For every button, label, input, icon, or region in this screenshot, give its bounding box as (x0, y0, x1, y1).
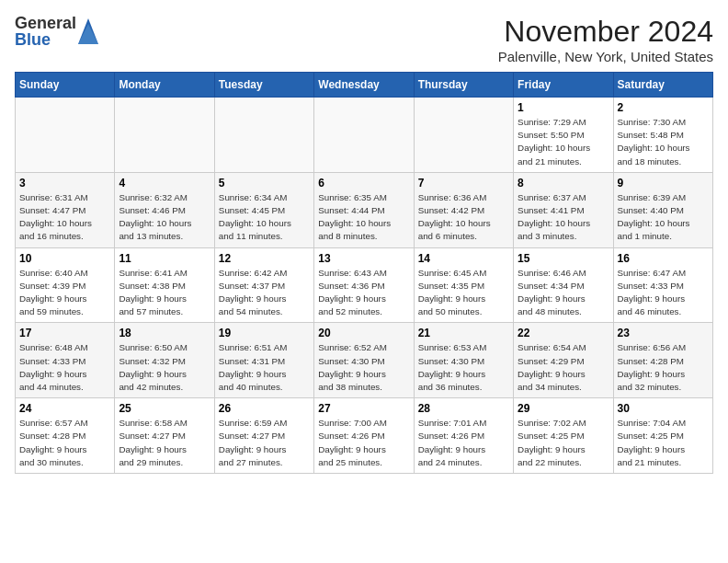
logo: General Blue (15, 15, 98, 48)
calendar-cell (414, 98, 513, 173)
day-info: Sunrise: 6:31 AM Sunset: 4:47 PM Dayligh… (19, 191, 110, 244)
calendar-cell: 6Sunrise: 6:35 AM Sunset: 4:44 PM Daylig… (314, 172, 414, 247)
day-info: Sunrise: 6:52 AM Sunset: 4:30 PM Dayligh… (318, 341, 409, 394)
calendar-cell: 30Sunrise: 7:04 AM Sunset: 4:25 PM Dayli… (613, 398, 712, 474)
calendar-cell: 18Sunrise: 6:50 AM Sunset: 4:32 PM Dayli… (115, 323, 214, 398)
calendar-week-row: 10Sunrise: 6:40 AM Sunset: 4:39 PM Dayli… (16, 247, 713, 323)
day-number: 23 (618, 327, 709, 339)
calendar-cell: 12Sunrise: 6:42 AM Sunset: 4:37 PM Dayli… (214, 247, 313, 323)
logo-general-text: General (15, 15, 76, 31)
day-number: 10 (19, 252, 110, 265)
calendar-week-row: 17Sunrise: 6:48 AM Sunset: 4:33 PM Dayli… (16, 323, 713, 398)
day-info: Sunrise: 6:47 AM Sunset: 4:33 PM Dayligh… (618, 267, 709, 319)
day-info: Sunrise: 6:35 AM Sunset: 4:44 PM Dayligh… (318, 191, 409, 244)
day-info: Sunrise: 6:54 AM Sunset: 4:29 PM Dayligh… (518, 341, 609, 394)
day-number: 7 (418, 177, 509, 190)
day-number: 4 (119, 177, 210, 190)
calendar-cell: 22Sunrise: 6:54 AM Sunset: 4:29 PM Dayli… (514, 323, 613, 398)
day-info: Sunrise: 6:36 AM Sunset: 4:42 PM Dayligh… (418, 191, 509, 244)
day-info: Sunrise: 6:32 AM Sunset: 4:46 PM Dayligh… (119, 191, 210, 244)
day-of-week-header: Thursday (414, 73, 513, 98)
day-number: 17 (19, 327, 110, 339)
calendar-cell: 2Sunrise: 7:30 AM Sunset: 5:48 PM Daylig… (613, 98, 712, 173)
day-number: 2 (618, 101, 709, 114)
calendar-header: SundayMondayTuesdayWednesdayThursdayFrid… (16, 73, 713, 98)
day-info: Sunrise: 6:48 AM Sunset: 4:33 PM Dayligh… (19, 341, 110, 394)
day-number: 24 (19, 402, 110, 415)
day-info: Sunrise: 6:58 AM Sunset: 4:27 PM Dayligh… (119, 417, 210, 469)
calendar-cell: 14Sunrise: 6:45 AM Sunset: 4:35 PM Dayli… (414, 247, 513, 323)
day-number: 19 (219, 327, 310, 339)
day-info: Sunrise: 6:37 AM Sunset: 4:41 PM Dayligh… (518, 191, 609, 244)
day-number: 28 (418, 402, 509, 415)
day-number: 5 (219, 177, 310, 190)
calendar-cell: 23Sunrise: 6:56 AM Sunset: 4:28 PM Dayli… (613, 323, 712, 398)
calendar-cell: 5Sunrise: 6:34 AM Sunset: 4:45 PM Daylig… (214, 172, 313, 247)
calendar-cell (115, 98, 214, 173)
day-of-week-header: Saturday (613, 73, 712, 98)
calendar-cell: 20Sunrise: 6:52 AM Sunset: 4:30 PM Dayli… (314, 323, 414, 398)
day-number: 25 (119, 402, 210, 415)
day-info: Sunrise: 7:30 AM Sunset: 5:48 PM Dayligh… (618, 116, 709, 168)
day-number: 14 (418, 252, 509, 265)
day-of-week-header: Monday (115, 73, 214, 98)
title-block: November 2024 Palenville, New York, Unit… (498, 15, 713, 64)
day-info: Sunrise: 6:56 AM Sunset: 4:28 PM Dayligh… (618, 341, 709, 394)
location: Palenville, New York, United States (498, 49, 713, 64)
day-info: Sunrise: 6:39 AM Sunset: 4:40 PM Dayligh… (618, 191, 709, 244)
calendar-cell: 9Sunrise: 6:39 AM Sunset: 4:40 PM Daylig… (613, 172, 712, 247)
day-info: Sunrise: 7:00 AM Sunset: 4:26 PM Dayligh… (318, 417, 409, 469)
day-of-week-header: Wednesday (314, 73, 414, 98)
calendar-cell: 21Sunrise: 6:53 AM Sunset: 4:30 PM Dayli… (414, 323, 513, 398)
calendar-cell: 11Sunrise: 6:41 AM Sunset: 4:38 PM Dayli… (115, 247, 214, 323)
calendar-cell: 8Sunrise: 6:37 AM Sunset: 4:41 PM Daylig… (514, 172, 613, 247)
day-info: Sunrise: 6:42 AM Sunset: 4:37 PM Dayligh… (219, 267, 310, 319)
day-info: Sunrise: 6:46 AM Sunset: 4:34 PM Dayligh… (518, 267, 609, 319)
calendar-table: SundayMondayTuesdayWednesdayThursdayFrid… (15, 72, 713, 474)
day-info: Sunrise: 6:40 AM Sunset: 4:39 PM Dayligh… (19, 267, 110, 319)
day-number: 30 (618, 402, 709, 415)
calendar-cell: 25Sunrise: 6:58 AM Sunset: 4:27 PM Dayli… (115, 398, 214, 474)
day-info: Sunrise: 7:02 AM Sunset: 4:25 PM Dayligh… (518, 417, 609, 469)
day-info: Sunrise: 6:51 AM Sunset: 4:31 PM Dayligh… (219, 341, 310, 394)
day-of-week-header: Friday (514, 73, 613, 98)
day-number: 1 (518, 101, 609, 114)
logo-blue-text: Blue (15, 31, 76, 48)
calendar-cell: 26Sunrise: 6:59 AM Sunset: 4:27 PM Dayli… (214, 398, 313, 474)
calendar-cell (16, 98, 115, 173)
calendar-cell (214, 98, 313, 173)
month-title: November 2024 (498, 15, 713, 49)
svg-marker-1 (78, 24, 98, 44)
calendar-cell: 15Sunrise: 6:46 AM Sunset: 4:34 PM Dayli… (514, 247, 613, 323)
day-info: Sunrise: 7:29 AM Sunset: 5:50 PM Dayligh… (518, 116, 609, 168)
day-number: 13 (318, 252, 409, 265)
day-number: 3 (19, 177, 110, 190)
day-info: Sunrise: 7:01 AM Sunset: 4:26 PM Dayligh… (418, 417, 509, 469)
calendar-cell: 16Sunrise: 6:47 AM Sunset: 4:33 PM Dayli… (613, 247, 712, 323)
calendar-cell: 4Sunrise: 6:32 AM Sunset: 4:46 PM Daylig… (115, 172, 214, 247)
day-info: Sunrise: 7:04 AM Sunset: 4:25 PM Dayligh… (618, 417, 709, 469)
day-of-week-header: Tuesday (214, 73, 313, 98)
day-number: 15 (518, 252, 609, 265)
day-of-week-header: Sunday (16, 73, 115, 98)
day-number: 11 (119, 252, 210, 265)
calendar-cell: 17Sunrise: 6:48 AM Sunset: 4:33 PM Dayli… (16, 323, 115, 398)
page-header: General Blue November 2024 Palenville, N… (15, 15, 713, 64)
calendar-cell (314, 98, 414, 173)
header-row: SundayMondayTuesdayWednesdayThursdayFrid… (16, 73, 713, 98)
calendar-cell: 27Sunrise: 7:00 AM Sunset: 4:26 PM Dayli… (314, 398, 414, 474)
calendar-cell: 7Sunrise: 6:36 AM Sunset: 4:42 PM Daylig… (414, 172, 513, 247)
day-info: Sunrise: 6:53 AM Sunset: 4:30 PM Dayligh… (418, 341, 509, 394)
day-number: 20 (318, 327, 409, 339)
day-number: 16 (618, 252, 709, 265)
calendar-cell: 1Sunrise: 7:29 AM Sunset: 5:50 PM Daylig… (514, 98, 613, 173)
calendar-cell: 19Sunrise: 6:51 AM Sunset: 4:31 PM Dayli… (214, 323, 313, 398)
calendar-body: 1Sunrise: 7:29 AM Sunset: 5:50 PM Daylig… (16, 98, 713, 474)
calendar-cell: 29Sunrise: 7:02 AM Sunset: 4:25 PM Dayli… (514, 398, 613, 474)
calendar-week-row: 3Sunrise: 6:31 AM Sunset: 4:47 PM Daylig… (16, 172, 713, 247)
day-info: Sunrise: 6:50 AM Sunset: 4:32 PM Dayligh… (119, 341, 210, 394)
day-number: 9 (618, 177, 709, 190)
calendar-week-row: 24Sunrise: 6:57 AM Sunset: 4:28 PM Dayli… (16, 398, 713, 474)
calendar-cell: 28Sunrise: 7:01 AM Sunset: 4:26 PM Dayli… (414, 398, 513, 474)
day-number: 8 (518, 177, 609, 190)
